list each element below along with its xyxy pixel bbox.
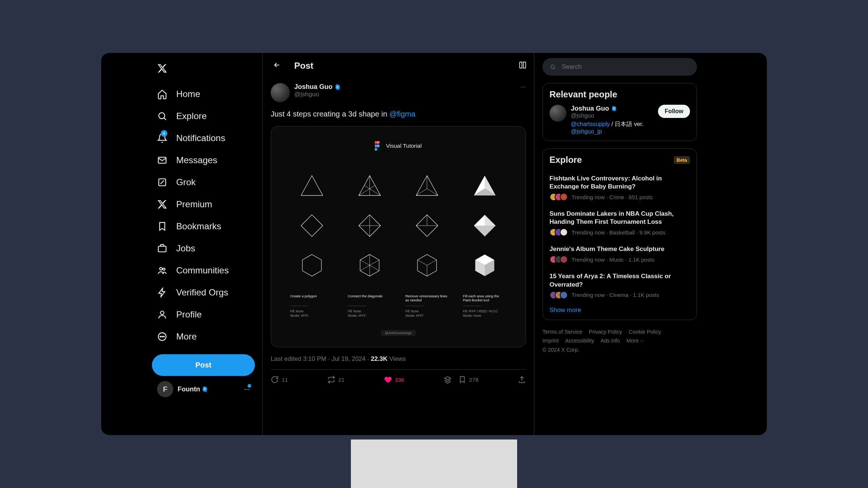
post-menu-button[interactable]: ···	[520, 83, 526, 91]
author-avatar[interactable]	[271, 83, 290, 102]
footer-ads[interactable]: Ads info	[601, 338, 620, 344]
account-avatar: F	[157, 381, 173, 397]
svg-marker-33	[474, 226, 495, 237]
search-input[interactable]	[562, 63, 690, 71]
search-box[interactable]	[542, 58, 697, 76]
nav-messages[interactable]: Messages	[152, 149, 262, 171]
shape-hexagon-outline	[298, 252, 326, 280]
trend-title: Suns Dominate Lakers in NBA Cup Clash, H…	[549, 210, 690, 226]
shape-triangle-filled	[471, 172, 498, 201]
footer-cookie[interactable]: Cookie Policy	[629, 329, 661, 335]
nav-notifications[interactable]: 4 Notifications	[152, 127, 262, 149]
post-actions: 11 21 338 278	[271, 370, 526, 384]
artist-tag: @JoshGuoDesign	[381, 330, 415, 336]
footer-imprint[interactable]: Imprint	[542, 338, 559, 344]
unread-dot	[248, 384, 251, 388]
nav-jobs[interactable]: Jobs	[152, 237, 262, 259]
verified-icon	[202, 386, 208, 392]
analytics-button[interactable]	[444, 376, 452, 384]
right-sidebar: Relevant people Joshua Guo @jshguo @char…	[534, 53, 707, 435]
nav-premium[interactable]: Premium	[152, 193, 262, 215]
post-header: Post	[263, 53, 534, 79]
shape-diamond-outline	[298, 212, 326, 241]
like-button[interactable]: 338	[384, 376, 404, 384]
share-button[interactable]	[518, 376, 526, 384]
nav-profile[interactable]: Profile	[152, 304, 262, 326]
account-name: Fountn	[178, 385, 208, 393]
verified-icon	[611, 105, 617, 112]
svg-marker-23	[301, 215, 323, 236]
trend-item[interactable]: Fishtank Live Controversy: Alcohol in Ex…	[549, 170, 690, 205]
bookmark-button[interactable]: 278	[458, 376, 479, 384]
bio-link[interactable]: @chartssupply	[571, 121, 610, 127]
post-media-card[interactable]: Visual Tutorial	[271, 126, 526, 348]
trend-avatars	[549, 255, 568, 263]
step-1: Create a polygon Fill: None Stroke: #FFF	[290, 294, 334, 319]
reply-button[interactable]: 11	[271, 376, 288, 384]
shape-triangle-diagonals	[356, 172, 383, 201]
reader-mode-button[interactable]	[519, 61, 527, 71]
trend-item[interactable]: Suns Dominate Lakers in NBA Cup Clash, H…	[549, 205, 690, 241]
nav-home-label: Home	[176, 89, 200, 99]
nav-verified-orgs-label: Verified Orgs	[176, 287, 228, 298]
shape-hexagon-filled	[471, 252, 498, 280]
app-window: Home Explore 4 Notifications Messages Gr…	[101, 53, 767, 435]
main-column: Post Joshua Guo @jshguo ··· Just 4 steps…	[262, 53, 534, 435]
nav-bookmarks-label: Bookmarks	[176, 221, 221, 232]
trend-avatars	[549, 291, 568, 299]
trend-meta: Trending now · Crime · 851 posts	[572, 194, 652, 200]
nav-verified-orgs[interactable]: Verified Orgs	[152, 281, 262, 304]
shape-diamond-filled	[471, 212, 498, 241]
trend-meta: Trending now · Basketball · 9.9K posts	[572, 229, 665, 236]
post-button[interactable]: Post	[152, 354, 255, 376]
nav-more-label: More	[176, 331, 197, 342]
svg-point-5	[163, 268, 165, 270]
heart-icon	[384, 376, 392, 384]
bookmark-icon	[458, 376, 466, 384]
footer-more[interactable]: More ···	[626, 338, 644, 344]
nav-communities-label: Communities	[176, 265, 229, 276]
nav-grok-label: Grok	[176, 177, 196, 187]
shape-hexagon-cleaned	[413, 252, 441, 280]
repost-button[interactable]: 21	[327, 376, 345, 384]
svg-point-10	[164, 336, 164, 337]
svg-line-15	[364, 185, 380, 195]
footer-privacy[interactable]: Privacy Policy	[589, 329, 622, 335]
trend-item[interactable]: Jennie's Album Theme Cake Sculpture Tren…	[549, 241, 690, 268]
footer-accessibility[interactable]: Accessibility	[565, 338, 594, 344]
author-name[interactable]: Joshua Guo	[294, 83, 341, 91]
step-4: Fill each area using the Paint Bucket to…	[463, 294, 507, 319]
arrow-left-icon	[273, 61, 281, 69]
nav-explore[interactable]: Explore	[152, 105, 262, 127]
svg-line-40	[417, 260, 427, 265]
svg-point-9	[162, 336, 163, 337]
footer-tos[interactable]: Terms of Service	[542, 329, 582, 335]
trend-item[interactable]: 15 Years of Arya 2: A Timeless Classic o…	[549, 268, 690, 303]
nav-home[interactable]: Home	[152, 83, 262, 105]
page-title: Post	[294, 61, 313, 71]
svg-line-41	[427, 260, 437, 265]
nav-grok[interactable]: Grok	[152, 171, 262, 193]
show-more-link[interactable]: Show more	[549, 304, 690, 314]
mention-link[interactable]: @figma	[389, 110, 416, 118]
svg-marker-34	[302, 254, 321, 276]
left-navigation: Home Explore 4 Notifications Messages Gr…	[101, 53, 262, 435]
post-timestamp: Last edited 3:10 PM · Jul 19, 2024 · 22.…	[271, 355, 526, 363]
shape-grid	[290, 169, 506, 284]
back-button[interactable]	[270, 58, 284, 73]
author-handle[interactable]: @jshguo	[294, 91, 341, 98]
bio-link[interactable]: @jshguo_jp	[571, 128, 602, 134]
relevant-person[interactable]: Joshua Guo @jshguo @chartssupply / 日本語 v…	[549, 105, 690, 135]
nav-communities[interactable]: Communities	[152, 259, 262, 281]
nav-more[interactable]: More	[152, 326, 262, 348]
nav-bookmarks[interactable]: Bookmarks	[152, 215, 262, 237]
person-handle[interactable]: @jshguo	[571, 112, 658, 119]
x-logo[interactable]	[152, 60, 262, 79]
person-avatar[interactable]	[549, 105, 566, 122]
nav-explore-label: Explore	[176, 111, 207, 121]
account-switcher[interactable]: F Fountn ···	[152, 376, 255, 402]
step-descriptions: Create a polygon Fill: None Stroke: #FFF…	[290, 294, 506, 319]
person-name[interactable]: Joshua Guo	[571, 105, 658, 112]
follow-button[interactable]: Follow	[658, 105, 690, 118]
shape-triangle-cleaned	[413, 172, 441, 201]
